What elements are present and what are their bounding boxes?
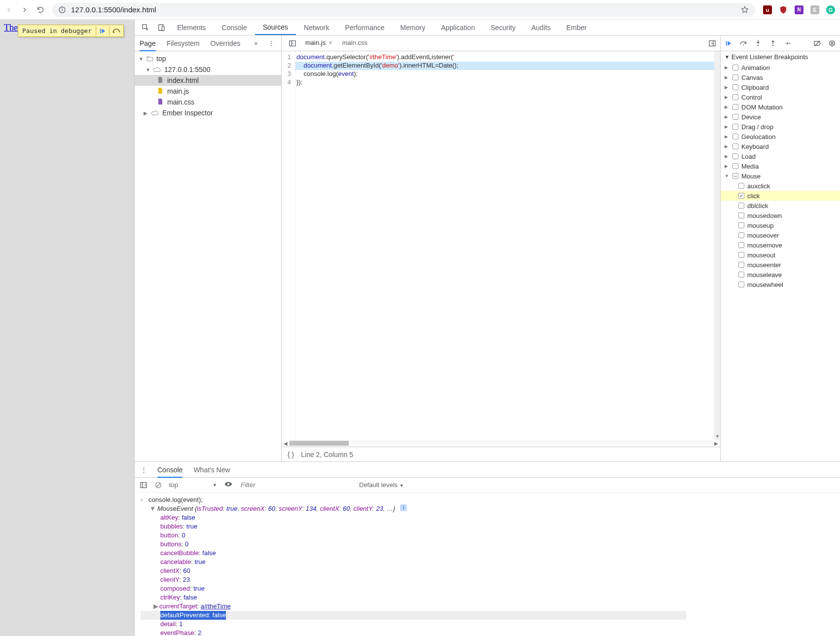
code-editor[interactable]: 1234 document.querySelector('#theTime').…: [282, 51, 720, 447]
clear-console-icon[interactable]: [154, 481, 162, 489]
prop-ctrlKey[interactable]: ctrlKey: false: [141, 593, 834, 602]
drawer-menu-icon[interactable]: ⋮: [141, 466, 148, 474]
bp-category-device[interactable]: ▶Device: [721, 112, 840, 122]
checkbox[interactable]: [732, 153, 738, 159]
bp-category-canvas[interactable]: ▶Canvas: [721, 72, 840, 82]
tab-memory[interactable]: Memory: [393, 20, 434, 35]
bp-category-drag---drop[interactable]: ▶Drag / drop: [721, 122, 840, 132]
prop-detail[interactable]: detail: 1: [141, 620, 834, 629]
tree-file-html[interactable]: index.html: [135, 75, 281, 86]
bp-event-mouseup[interactable]: mouseup: [721, 220, 840, 230]
checkbox[interactable]: [732, 94, 738, 100]
checkbox[interactable]: [738, 183, 744, 189]
more-tabs-icon[interactable]: »: [254, 39, 262, 47]
pause-exceptions-icon[interactable]: [828, 39, 836, 47]
prop-buttons[interactable]: buttons: 0: [141, 540, 834, 549]
bp-event-click[interactable]: click: [721, 191, 840, 201]
console-output[interactable]: › console.log(event); ▼ MouseEvent {isTr…: [135, 493, 840, 636]
code-lines[interactable]: document.querySelector('#theTime').addEv…: [295, 51, 720, 447]
tab-ember[interactable]: Ember: [558, 20, 594, 35]
tab-security[interactable]: Security: [483, 20, 524, 35]
tab-audits[interactable]: Audits: [523, 20, 558, 35]
toggle-nav-icon[interactable]: [289, 39, 296, 47]
step-icon[interactable]: [784, 39, 792, 47]
prop-clientX[interactable]: clientX: 60: [141, 566, 834, 575]
editor-tab-main-css[interactable]: main.css: [337, 39, 372, 46]
checkbox[interactable]: [732, 143, 738, 149]
prop-clientY[interactable]: clientY: 23: [141, 575, 834, 584]
star-icon[interactable]: [740, 5, 749, 14]
tab-network[interactable]: Network: [296, 20, 337, 35]
bp-event-auxclick[interactable]: auxclick: [721, 181, 840, 191]
format-icon[interactable]: { }: [288, 451, 294, 459]
bp-category-clipboard[interactable]: ▶Clipboard: [721, 82, 840, 92]
prop-currentTarget[interactable]: ▶currentTarget: a#theTime: [141, 602, 834, 611]
checkbox[interactable]: [732, 84, 738, 90]
bp-category-dom-mutation[interactable]: ▶DOM Mutation: [721, 102, 840, 112]
bp-category-animation[interactable]: ▶Animation: [721, 63, 840, 72]
info-icon[interactable]: [58, 6, 66, 14]
tree-host[interactable]: ▼ 127.0.0.1:5500: [135, 64, 281, 75]
checkbox[interactable]: [738, 222, 744, 228]
tree-file-css[interactable]: main.css: [135, 97, 281, 107]
levels-selector[interactable]: Default levels ▼: [359, 481, 404, 489]
prop-cancelable[interactable]: cancelable: true: [141, 558, 834, 566]
bp-event-mousewheel[interactable]: mousewheel: [721, 280, 840, 289]
prop-bubbles[interactable]: bubbles: true: [141, 522, 834, 531]
close-icon[interactable]: ×: [329, 39, 332, 46]
bp-category-media[interactable]: ▶Media: [721, 161, 840, 171]
bp-category-mouse[interactable]: ▼Mouse: [721, 171, 840, 181]
checkbox[interactable]: [738, 203, 744, 209]
bp-event-mouseleave[interactable]: mouseleave: [721, 270, 840, 280]
checkbox[interactable]: [738, 212, 744, 218]
resume-icon[interactable]: [725, 39, 732, 47]
checkbox[interactable]: [732, 65, 738, 71]
file-tree[interactable]: ▼ top ▼ 127.0.0.1:5500 index.html: [135, 51, 281, 461]
onenote-icon[interactable]: N: [795, 5, 803, 14]
menu-icon[interactable]: ⋮: [268, 39, 276, 47]
info-badge-icon[interactable]: i: [400, 504, 407, 511]
src-tab-page[interactable]: Page: [140, 39, 156, 51]
log-entry[interactable]: › console.log(event);: [141, 495, 834, 504]
checkbox[interactable]: [738, 252, 744, 258]
log-object[interactable]: ▼ MouseEvent {isTrusted: true, screenX: …: [141, 504, 834, 513]
prop-cancelBubble[interactable]: cancelBubble: false: [141, 549, 834, 558]
tree-file-js[interactable]: main.js: [135, 86, 281, 97]
checkbox[interactable]: [738, 193, 744, 199]
checkbox[interactable]: [732, 163, 738, 169]
bp-category-load[interactable]: ▶Load: [721, 151, 840, 161]
bp-category-keyboard[interactable]: ▶Keyboard: [721, 141, 840, 151]
prop-altKey[interactable]: altKey: false: [141, 513, 834, 522]
checkbox[interactable]: [738, 282, 744, 287]
tab-performance[interactable]: Performance: [337, 20, 392, 35]
tab-elements[interactable]: Elements: [169, 20, 214, 35]
context-selector[interactable]: top▼: [169, 481, 217, 489]
checkbox[interactable]: [732, 114, 738, 120]
shield-icon[interactable]: [779, 5, 788, 14]
ext-e-icon[interactable]: E: [810, 5, 819, 14]
step-out-icon[interactable]: [769, 39, 777, 47]
checkbox[interactable]: [738, 262, 744, 268]
address-bar[interactable]: 127.0.0.1:5500/index.html: [52, 3, 755, 17]
tree-root[interactable]: ▼ top: [135, 53, 281, 64]
drawer-tab-what-s-new[interactable]: What's New: [193, 466, 230, 474]
bp-event-mouseenter[interactable]: mouseenter: [721, 260, 840, 270]
checkbox[interactable]: [732, 124, 738, 130]
reload-button[interactable]: [37, 6, 44, 14]
vert-scrollbar[interactable]: ▼: [714, 51, 720, 440]
tab-console[interactable]: Console: [214, 20, 255, 35]
bp-event-mouseout[interactable]: mouseout: [721, 250, 840, 260]
ublock-icon[interactable]: u: [763, 5, 772, 14]
src-tab-filesystem[interactable]: Filesystem: [167, 39, 200, 47]
breakpoint-list[interactable]: ▶Animation▶Canvas▶Clipboard▶Control▶DOM …: [721, 63, 840, 461]
back-button[interactable]: [5, 6, 13, 14]
tree-ember[interactable]: ▶ Ember Inspector: [135, 107, 281, 118]
bp-event-mouseover[interactable]: mouseover: [721, 230, 840, 240]
device-toggle-icon[interactable]: [157, 24, 165, 32]
filter-input[interactable]: [239, 480, 352, 490]
section-header[interactable]: ▼ Event Listener Breakpoints: [721, 51, 840, 63]
eye-icon[interactable]: [224, 481, 232, 489]
checkbox[interactable]: [732, 173, 738, 179]
run-snippet-icon[interactable]: [708, 39, 716, 47]
drawer-tab-console[interactable]: Console: [157, 466, 183, 478]
